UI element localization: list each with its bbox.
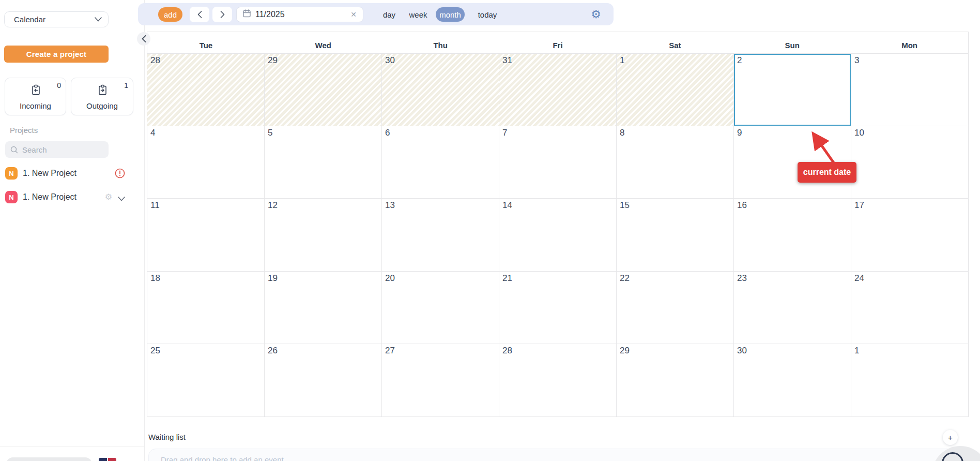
- bottom-pill[interactable]: [6, 457, 92, 461]
- day-header: Mon: [851, 32, 968, 53]
- day-number: 29: [268, 55, 278, 66]
- day-cell[interactable]: 27: [382, 344, 499, 417]
- day-cell[interactable]: 18: [147, 272, 265, 344]
- prev-period-button[interactable]: [190, 7, 209, 22]
- calendar-app: Calendar Create a project 0 Incoming 1: [0, 0, 980, 461]
- day-cell[interactable]: 30: [382, 54, 499, 126]
- day-cell[interactable]: 7: [499, 126, 617, 199]
- waiting-list-title: Waiting list: [148, 433, 186, 441]
- current-date-cell[interactable]: 2: [734, 54, 851, 126]
- day-number: 24: [854, 273, 864, 284]
- chevron-down-icon: [95, 17, 102, 22]
- day-number: 13: [385, 200, 395, 211]
- day-number: 30: [737, 346, 747, 356]
- day-cell[interactable]: 30: [734, 344, 851, 417]
- current-date-annotation-badge: current date: [798, 162, 856, 183]
- day-number: 7: [502, 128, 507, 138]
- day-number: 5: [268, 128, 272, 138]
- incoming-card[interactable]: 0 Incoming: [5, 78, 66, 115]
- day-number: 26: [268, 346, 278, 356]
- day-cell[interactable]: 8: [617, 126, 734, 199]
- create-project-button[interactable]: Create a project: [4, 46, 109, 63]
- day-cell[interactable]: 15: [617, 199, 734, 271]
- day-cell[interactable]: 28: [499, 344, 617, 417]
- project-search: [5, 141, 109, 158]
- project-avatar: N: [5, 167, 18, 180]
- waiting-list-dropzone[interactable]: Drag and drop here to add an event: [148, 449, 969, 461]
- waiting-list-add-button[interactable]: +: [943, 430, 958, 445]
- language-flag-icon[interactable]: [99, 458, 116, 461]
- view-selector-dropdown[interactable]: Calendar: [4, 11, 109, 27]
- day-cell[interactable]: 13: [382, 199, 499, 271]
- day-number: 12: [268, 200, 278, 211]
- alert-icon[interactable]: [115, 168, 125, 181]
- day-cell[interactable]: 3: [851, 54, 968, 126]
- project-settings-gear-icon[interactable]: ⚙: [105, 192, 112, 202]
- day-number: 2: [737, 55, 742, 66]
- day-cell[interactable]: 24: [851, 272, 968, 344]
- dropzone-placeholder: Drag and drop here to add an event: [161, 455, 284, 461]
- next-period-button[interactable]: [212, 7, 232, 22]
- view-today-button[interactable]: today: [474, 7, 500, 22]
- day-cell[interactable]: 26: [265, 344, 382, 417]
- month-grid: Tue Wed Thu Fri Sat Sun Mon 28 29 30 31 …: [147, 32, 969, 417]
- day-cell[interactable]: 10: [851, 126, 968, 199]
- day-cell[interactable]: 23: [734, 272, 851, 344]
- date-picker-field[interactable]: 11/2025 ✕: [236, 7, 363, 22]
- search-icon: [10, 146, 18, 154]
- day-number: 28: [150, 55, 160, 66]
- day-cell[interactable]: 6: [382, 126, 499, 199]
- day-cell[interactable]: 1: [617, 54, 734, 126]
- add-event-button[interactable]: add: [158, 7, 182, 22]
- incoming-label: Incoming: [5, 101, 66, 110]
- search-input[interactable]: [22, 145, 95, 154]
- day-number: 31: [502, 55, 512, 66]
- day-number: 27: [385, 346, 395, 356]
- project-name: 1. New Project: [23, 192, 76, 202]
- day-cell[interactable]: 17: [851, 199, 968, 271]
- day-cell[interactable]: 29: [265, 54, 382, 126]
- view-week-button[interactable]: week: [406, 7, 430, 22]
- day-cell[interactable]: 11: [147, 199, 265, 271]
- day-cell[interactable]: 31: [499, 54, 617, 126]
- day-cell[interactable]: 14: [499, 199, 617, 271]
- week-row: 28 29 30 31 1 2 3: [147, 54, 968, 126]
- day-cell[interactable]: 28: [147, 54, 265, 126]
- sidebar-collapse-button[interactable]: [137, 32, 150, 46]
- day-number: 29: [620, 346, 630, 356]
- day-number: 14: [502, 200, 512, 211]
- day-cell[interactable]: 21: [499, 272, 617, 344]
- day-number: 18: [150, 273, 160, 284]
- project-avatar: N: [5, 191, 18, 203]
- project-row[interactable]: N 1. New Project ⚙: [5, 188, 140, 206]
- project-expand-chevron-icon[interactable]: [118, 194, 125, 203]
- view-day-button[interactable]: day: [379, 7, 400, 22]
- day-number: 25: [150, 346, 160, 356]
- day-number: 1: [854, 346, 859, 356]
- day-number: 19: [268, 273, 278, 284]
- project-row[interactable]: N 1. New Project: [5, 165, 140, 182]
- day-cell[interactable]: 16: [734, 199, 851, 271]
- clear-date-icon[interactable]: ✕: [350, 10, 357, 19]
- week-row: 25 26 27 28 29 30 1: [147, 344, 968, 417]
- day-number: 22: [620, 273, 630, 284]
- day-number: 15: [620, 200, 630, 211]
- clipboard-outgoing-icon: [71, 84, 133, 96]
- day-number: 16: [737, 200, 747, 211]
- day-cell[interactable]: 12: [265, 199, 382, 271]
- day-cell[interactable]: 1: [851, 344, 968, 417]
- outgoing-card[interactable]: 1 Outgoing: [71, 78, 133, 115]
- day-cell[interactable]: 25: [147, 344, 265, 417]
- day-header: Tue: [147, 32, 265, 53]
- day-cell[interactable]: 4: [147, 126, 265, 199]
- day-number: 10: [854, 128, 864, 138]
- day-of-week-header-row: Tue Wed Thu Fri Sat Sun Mon: [147, 32, 968, 54]
- view-month-button[interactable]: month: [436, 7, 465, 22]
- day-cell[interactable]: 20: [382, 272, 499, 344]
- day-cell[interactable]: 5: [265, 126, 382, 199]
- day-cell[interactable]: 29: [617, 344, 734, 417]
- day-header: Fri: [499, 32, 617, 53]
- day-cell[interactable]: 19: [265, 272, 382, 344]
- settings-gear-icon[interactable]: ⚙: [587, 7, 605, 22]
- day-cell[interactable]: 22: [617, 272, 734, 344]
